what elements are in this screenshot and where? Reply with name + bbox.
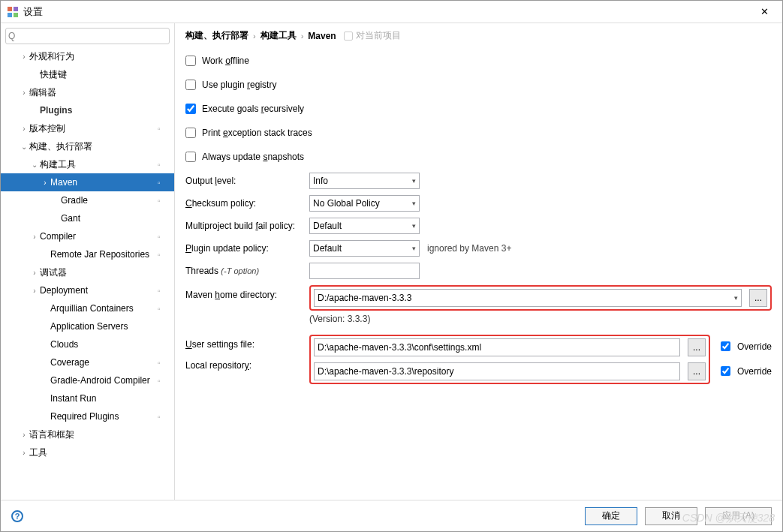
chevron-right-icon: › (301, 32, 304, 41)
tree-item[interactable]: Arquillian Containers▫ (1, 299, 174, 317)
work-offline-checkbox[interactable] (185, 56, 196, 66)
tree-item[interactable]: Instant Run (1, 389, 174, 407)
tree-item[interactable]: ›调试器 (1, 263, 174, 281)
project-scope-icon: ▫ (158, 179, 170, 187)
multiproject-fail-select[interactable]: Default▾ (309, 218, 420, 234)
tree-item[interactable]: ›Maven▫ (1, 173, 174, 191)
svg-rect-2 (8, 13, 12, 17)
tree-item[interactable]: ›编辑器 (1, 83, 174, 101)
sidebar: Q ›外观和行为快捷键›编辑器Plugins›版本控制▫⌄构建、执行部署⌄构建工… (1, 23, 175, 500)
help-button[interactable]: ? (11, 510, 23, 522)
tree-item-label: Application Servers (50, 321, 158, 332)
breadcrumb-item[interactable]: 构建工具 (260, 29, 297, 42)
checksum-policy-select[interactable]: No Global Policy▾ (309, 195, 420, 212)
output-level-select[interactable]: Info▾ (309, 173, 420, 189)
user-settings-browse-button[interactable]: ... (688, 338, 706, 356)
svg-rect-0 (8, 7, 12, 11)
window-title: 设置 (23, 5, 752, 19)
tree-arrow-icon: › (29, 269, 40, 277)
project-scope-label: 对当前项目 (344, 29, 401, 42)
app-logo-icon (7, 6, 19, 18)
tree-item-label: Clouds (50, 339, 158, 350)
chevron-right-icon: › (253, 32, 256, 41)
tree-arrow-icon: › (19, 449, 29, 457)
apply-button[interactable]: 应用 (A) (705, 507, 772, 525)
tree-item[interactable]: ⌄构建、执行部署 (1, 137, 174, 155)
tree-item[interactable]: Gant (1, 209, 174, 227)
tree-arrow-icon: ⌄ (19, 143, 29, 151)
tree-arrow-icon: › (19, 89, 29, 97)
project-scope-icon: ▫ (158, 287, 170, 295)
tree-item[interactable]: ›外观和行为 (1, 47, 174, 65)
always-update-snapshots-checkbox[interactable] (185, 152, 196, 162)
plugin-update-note: ignored by Maven 3+ (427, 243, 511, 254)
local-repository-browse-button[interactable]: ... (688, 362, 706, 380)
project-scope-icon: ▫ (158, 251, 170, 259)
maven-home-label: Maven home directory: (185, 285, 309, 300)
ok-button[interactable]: 确定 (585, 507, 637, 525)
breadcrumb: 构建、执行部署 › 构建工具 › Maven 对当前项目 (185, 29, 772, 42)
tree-item-label: Compiler (40, 231, 158, 242)
local-repository-label: Local repository: (185, 360, 309, 371)
tree-item[interactable]: Required Plugins▫ (1, 407, 174, 425)
tree-item[interactable]: Plugins (1, 101, 174, 119)
tree-item[interactable]: ›Compiler▫ (1, 227, 174, 245)
tree-item-label: 构建、执行部署 (29, 140, 158, 153)
search-icon: Q (8, 31, 15, 41)
chevron-down-icon: ▾ (412, 222, 416, 230)
tree-item[interactable]: ›工具 (1, 443, 174, 461)
chevron-down-icon: ▾ (412, 177, 416, 185)
plugin-update-policy-select[interactable]: Default▾ (309, 240, 420, 257)
breadcrumb-item: Maven (308, 31, 336, 41)
project-icon (344, 32, 353, 41)
checksum-policy-label: Checksum policy: (185, 198, 309, 209)
tree-item-label: 外观和行为 (29, 50, 158, 63)
tree-item-label: 工具 (29, 446, 158, 459)
maven-home-browse-button[interactable]: ... (749, 289, 767, 307)
threads-input[interactable] (309, 263, 420, 279)
tree-item[interactable]: 快捷键 (1, 65, 174, 83)
tree-item-label: Remote Jar Repositories (50, 249, 158, 260)
use-plugin-registry-checkbox[interactable] (185, 80, 196, 90)
breadcrumb-item[interactable]: 构建、执行部署 (185, 29, 248, 42)
tree-item[interactable]: ›语言和框架 (1, 425, 174, 443)
tree-item[interactable]: ⌄构建工具▫ (1, 155, 174, 173)
chevron-down-icon: ▾ (412, 245, 416, 252)
tree-item[interactable]: Application Servers (1, 317, 174, 335)
tree-item-label: Coverage (50, 357, 158, 368)
tree-item[interactable]: Coverage▫ (1, 353, 174, 371)
tree-item-label: 构建工具 (40, 158, 158, 171)
project-scope-icon: ▫ (158, 359, 170, 367)
svg-rect-1 (14, 7, 18, 11)
user-settings-override-checkbox[interactable] (721, 341, 730, 351)
threads-label: Threads (-T option) (185, 266, 309, 276)
execute-recursively-checkbox[interactable] (185, 104, 196, 114)
tree-item[interactable]: Remote Jar Repositories▫ (1, 245, 174, 263)
cancel-button[interactable]: 取消 (645, 507, 697, 525)
tree-arrow-icon: › (19, 431, 29, 439)
output-level-label: Output level: (185, 176, 309, 186)
tree-item-label: 编辑器 (29, 86, 158, 99)
project-scope-icon: ▫ (158, 161, 170, 169)
tree-item[interactable]: Gradle▫ (1, 191, 174, 209)
local-repository-input[interactable]: D:\apache-maven-3.3.3\repository (314, 362, 680, 380)
tree-item-label: Arquillian Containers (50, 303, 158, 314)
tree-item[interactable]: ›版本控制▫ (1, 119, 174, 137)
tree-item[interactable]: Gradle-Android Compiler▫ (1, 371, 174, 389)
local-repository-override-checkbox[interactable] (721, 366, 730, 376)
print-exception-checkbox[interactable] (185, 128, 196, 138)
tree-item[interactable]: ›Deployment▫ (1, 281, 174, 299)
tree-item-label: Gradle (61, 195, 158, 206)
project-scope-icon: ▫ (158, 305, 170, 313)
tree-item[interactable]: Clouds (1, 335, 174, 353)
tree-item-label: 调试器 (40, 266, 158, 279)
tree-item-label: 语言和框架 (29, 428, 158, 441)
close-button[interactable]: ✕ (752, 6, 776, 17)
user-settings-input[interactable]: D:\apache-maven-3.3.3\conf\settings.xml (314, 338, 680, 356)
maven-home-input[interactable]: D:/apache-maven-3.3.3▾ (314, 289, 742, 307)
search-input[interactable] (5, 28, 170, 44)
tree-arrow-icon: › (29, 233, 40, 241)
project-scope-icon: ▫ (158, 125, 170, 133)
multiproject-fail-label: Multiproject build fail policy: (185, 221, 309, 231)
work-offline-label: Work offline (202, 56, 249, 66)
